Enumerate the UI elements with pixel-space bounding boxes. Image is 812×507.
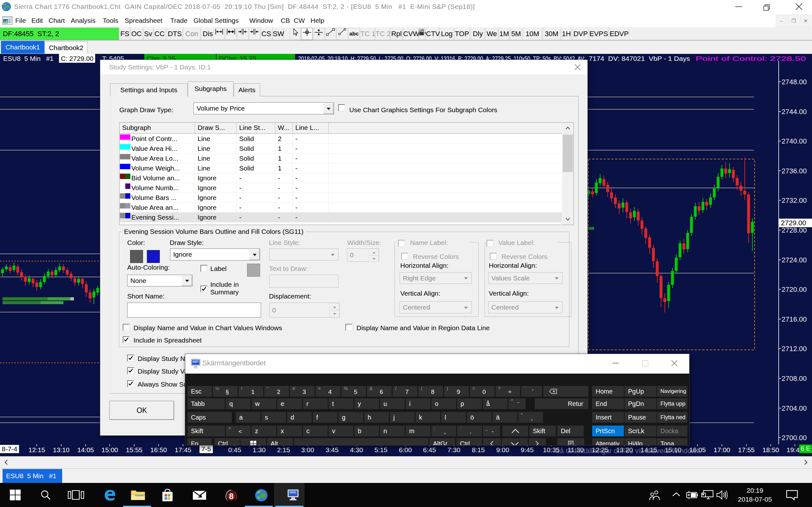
svg-text:TVW: TVW: [419, 29, 424, 31]
svg-text:2724.00: 2724.00: [781, 256, 807, 264]
svg-text:2712.00: 2712.00: [781, 345, 807, 353]
svg-text:2704.00: 2704.00: [781, 404, 807, 412]
svg-text:8: 8: [229, 492, 234, 501]
svg-text:C: 2729.00: C: 2729.00: [61, 55, 94, 62]
svg-text:ESU8 5 Min #1: ESU8 5 Min #1: [3, 55, 54, 62]
svg-text:Point of Control: 2728.50: Point of Control: 2728.50: [696, 55, 806, 62]
svg-text:2744.00: 2744.00: [781, 108, 807, 116]
svg-text:2716.00: 2716.00: [781, 315, 807, 323]
svg-text:2708.00: 2708.00: [781, 375, 807, 383]
svg-text:2732.00: 2732.00: [781, 196, 807, 205]
svg-text:2736.00: 2736.00: [781, 167, 807, 175]
svg-text:2729.00: 2729.00: [781, 219, 806, 227]
svg-text:7174 DV: 847021 VbP - 1 Days: 7174 DV: 847021 VbP - 1 Days: [589, 55, 690, 62]
svg-text:2700.00: 2700.00: [781, 434, 807, 442]
svg-text:2740.00: 2740.00: [781, 137, 807, 145]
svg-text:2720.00: 2720.00: [781, 285, 807, 293]
svg-text:2748.00: 2748.00: [781, 78, 807, 86]
svg-text:2728.00: 2728.00: [781, 226, 807, 234]
